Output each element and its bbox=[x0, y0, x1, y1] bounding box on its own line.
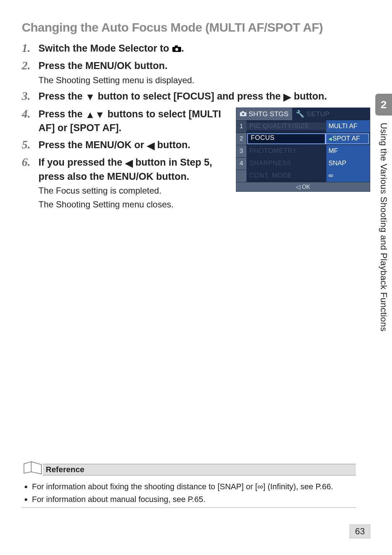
step-number: 2 bbox=[22, 59, 38, 86]
cam-row: PHOTOMETRY MF bbox=[246, 145, 370, 157]
page-title: Changing the Auto Focus Mode (MULTI AF/S… bbox=[22, 20, 370, 35]
cam-row: CONT. MODE ∞ bbox=[246, 170, 370, 182]
text: 3 bbox=[236, 145, 246, 157]
step-subtext: The Shooting Setting menu is displayed. bbox=[38, 74, 370, 86]
text: 1 bbox=[236, 120, 246, 133]
left-triangle-icon: ◀ bbox=[125, 157, 133, 170]
chapter-number: 2 bbox=[375, 94, 392, 116]
text: For information about fixing the shootin… bbox=[32, 482, 257, 491]
side-tab: 2 Using the Various Shooting and Playbac… bbox=[375, 94, 392, 332]
cam-tab-shtg: SHTG STGS bbox=[236, 108, 292, 120]
infinity-icon: ∞ bbox=[257, 482, 263, 491]
step-number: 4 bbox=[22, 108, 38, 135]
reference-header: Reference bbox=[22, 459, 356, 475]
step-5: 5 Press the MENU/OK or ◀ button. bbox=[22, 138, 229, 152]
camera-lcd-screenshot: SHTG STGS 🔧 SETUP 1 2 3 4 bbox=[236, 108, 370, 192]
wrench-icon: 🔧 bbox=[296, 110, 305, 118]
text: SPOT AF bbox=[332, 135, 360, 142]
step-number: 5 bbox=[22, 138, 38, 152]
menu-value: MULTI AF bbox=[326, 120, 370, 133]
down-triangle-icon: ▼ bbox=[85, 90, 95, 104]
camera-icon bbox=[240, 110, 246, 118]
step-6: 6 If you pressed the ◀ button in Step 5,… bbox=[22, 156, 229, 210]
text: SHTG STGS bbox=[249, 110, 289, 118]
cam-row: PIC QUALITY/SIZE MULTI AF bbox=[246, 120, 370, 133]
step-4: 4 Press the ▲▼ buttons to select [MULTI … bbox=[22, 108, 229, 135]
chapter-title: Using the Various Shooting and Playback … bbox=[379, 116, 389, 332]
step-1: 1 Switch the Mode Selector to . bbox=[22, 42, 370, 56]
menu-item: CONT. MODE bbox=[246, 172, 326, 179]
svg-point-2 bbox=[175, 48, 178, 51]
cam-tabs: SHTG STGS 🔧 SETUP bbox=[236, 108, 370, 120]
text: Press the MENU/OK button. bbox=[38, 60, 168, 71]
left-triangle-icon: ◀ bbox=[147, 139, 155, 152]
text: . bbox=[181, 43, 184, 54]
text: Press the MENU/OK or bbox=[38, 139, 147, 150]
cam-page-numbers: 1 2 3 4 bbox=[236, 120, 246, 182]
reference-list: For information about fixing the shootin… bbox=[22, 475, 356, 508]
camera-icon bbox=[172, 42, 181, 56]
step-subtext: The Shooting Setting menu closes. bbox=[38, 198, 229, 211]
step-2: 2 Press the MENU/OK button. The Shooting… bbox=[22, 59, 370, 86]
text: button. bbox=[157, 139, 190, 150]
text: SETUP bbox=[307, 110, 330, 118]
page: Changing the Auto Focus Mode (MULTI AF/S… bbox=[0, 0, 392, 555]
menu-value: SNAP bbox=[326, 157, 370, 170]
cam-body: 1 2 3 4 PIC QUALITY/SIZE MULTI AF bbox=[236, 120, 370, 182]
cam-footer: ◁ OK bbox=[236, 182, 370, 191]
svg-rect-1 bbox=[175, 45, 178, 47]
reference-item: For information about fixing the shootin… bbox=[32, 481, 353, 493]
step-title: Press the ▲▼ buttons to select [MULTI AF… bbox=[38, 108, 229, 135]
text: 4 bbox=[236, 157, 246, 170]
reference-item: For information about manual focusing, s… bbox=[32, 493, 353, 505]
step-3: 3 Press the ▼ button to select [FOCUS] a… bbox=[22, 90, 370, 104]
menu-value: MF bbox=[326, 145, 370, 157]
step-4-row: 4 Press the ▲▼ buttons to select [MULTI … bbox=[22, 108, 370, 214]
page-number: 63 bbox=[350, 524, 370, 538]
menu-item: PIC QUALITY/SIZE bbox=[246, 122, 326, 130]
step-title: Press the ▼ button to select [FOCUS] and… bbox=[38, 90, 370, 104]
text: button to select [FOCUS] and press the bbox=[98, 91, 283, 102]
text: Press the bbox=[38, 91, 85, 102]
step-title: Press the MENU/OK or ◀ button. bbox=[38, 138, 229, 152]
text: button. bbox=[294, 91, 327, 102]
cam-tab-setup: 🔧 SETUP bbox=[292, 108, 333, 120]
step-title: If you pressed the ◀ button in Step 5, p… bbox=[38, 156, 229, 183]
text: 2 bbox=[236, 133, 246, 145]
cam-row-selected: FOCUS ◂SPOT AF bbox=[246, 133, 370, 145]
step-number: 1 bbox=[22, 42, 38, 56]
step-title: Switch the Mode Selector to . bbox=[38, 42, 370, 56]
step-subtext: The Focus setting is completed. bbox=[38, 185, 229, 197]
right-triangle-icon: ▶ bbox=[283, 90, 291, 104]
book-icon bbox=[22, 459, 44, 475]
reference-box: Reference For information about fixing t… bbox=[22, 459, 356, 508]
text: Switch the Mode Selector to bbox=[38, 43, 172, 54]
svg-rect-4 bbox=[242, 111, 244, 113]
text bbox=[236, 170, 246, 182]
menu-item: SHARPNESS bbox=[246, 159, 326, 167]
svg-point-5 bbox=[242, 113, 244, 115]
menu-value: ∞ bbox=[326, 170, 370, 182]
step-number: 3 bbox=[22, 90, 38, 104]
text: ] (Infinity), see P.66. bbox=[263, 482, 333, 491]
reference-title: Reference bbox=[43, 464, 356, 475]
menu-value: ◂SPOT AF bbox=[326, 133, 369, 144]
cam-row: SHARPNESS SNAP bbox=[246, 157, 370, 170]
text: Press the bbox=[38, 109, 85, 119]
menu-item: FOCUS bbox=[247, 133, 326, 144]
left-marker-icon: ◂ bbox=[328, 135, 332, 143]
step-number: 6 bbox=[22, 156, 38, 210]
cam-menu: PIC QUALITY/SIZE MULTI AF FOCUS ◂SPOT AF… bbox=[246, 120, 370, 182]
menu-item: PHOTOMETRY bbox=[246, 147, 326, 155]
up-down-triangle-icon: ▲▼ bbox=[85, 108, 105, 121]
text: If you pressed the bbox=[38, 157, 125, 168]
step-title: Press the MENU/OK button. bbox=[38, 59, 370, 72]
step-list: 1 Switch the Mode Selector to . 2 Press … bbox=[22, 42, 370, 214]
